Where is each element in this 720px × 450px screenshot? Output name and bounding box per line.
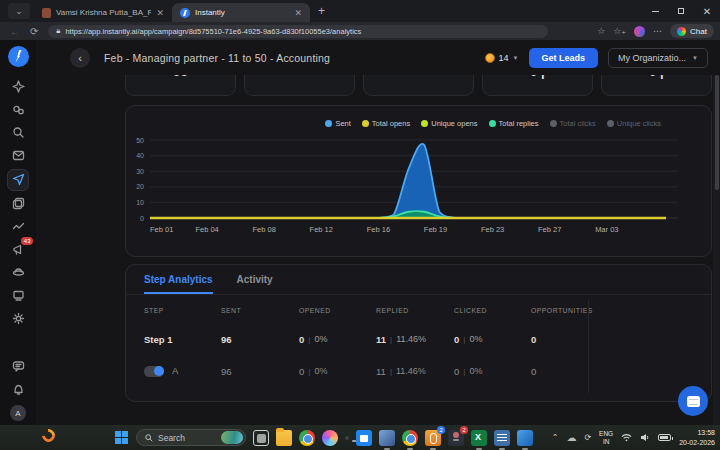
svg-text:10: 10: [136, 199, 144, 206]
browser-tabstrip: ⌄ Vamsi Krishna Putta_BA_Resume.d ✕ Inst…: [0, 0, 720, 22]
pinned-app-icon[interactable]: [379, 430, 395, 446]
window-controls: ✕: [642, 0, 720, 22]
excel-icon[interactable]: [471, 430, 487, 446]
file-explorer-icon[interactable]: [276, 430, 292, 446]
refresh-icon[interactable]: ⟳: [30, 26, 38, 37]
table-row[interactable]: Step 1 96 0|0% 11|11.46% 0|0% 0: [126, 323, 711, 355]
sidebar-item-ai-sparkle[interactable]: [7, 77, 29, 97]
speaker-icon[interactable]: [640, 433, 650, 442]
battery-icon[interactable]: [658, 434, 671, 441]
task-view-button[interactable]: [253, 430, 269, 446]
browser-tab-instantly[interactable]: Instantly ✕: [172, 3, 310, 22]
windows-start-button[interactable]: [115, 431, 129, 445]
sidebar-item-website[interactable]: [7, 286, 29, 306]
svg-text:Feb 23: Feb 23: [481, 225, 504, 234]
taskbar-search[interactable]: Search: [136, 429, 246, 446]
sidebar-item-crm[interactable]: [7, 263, 29, 283]
chrome-profile-icon[interactable]: [402, 430, 418, 446]
sync-icon[interactable]: ⟳: [584, 433, 591, 442]
copilot-chat-button[interactable]: Chat: [670, 24, 714, 38]
tab-title: Instantly: [195, 8, 289, 17]
maximize-button[interactable]: [668, 0, 694, 22]
onedrive-cloud-icon[interactable]: ☁: [566, 432, 576, 443]
get-leads-button[interactable]: Get Leads: [529, 48, 599, 68]
instantly-logo[interactable]: [8, 46, 29, 67]
copilot-icon: [677, 27, 686, 36]
more-menu-icon[interactable]: ⋯: [653, 26, 662, 36]
sidebar: 43 A: [0, 40, 36, 425]
sidebar-item-leads[interactable]: [7, 100, 29, 120]
lock-icon: 🔒︎: [56, 26, 60, 36]
svg-text:Feb 27: Feb 27: [538, 225, 561, 234]
microsoft-store-icon[interactable]: [356, 430, 372, 446]
chrome-icon[interactable]: [299, 430, 315, 446]
chevron-down-icon: ▼: [513, 55, 519, 61]
search-icon: [145, 434, 153, 442]
tray-overflow-chevron[interactable]: ⌃: [552, 433, 559, 442]
scrollbar[interactable]: [713, 40, 720, 425]
coin-icon: [485, 53, 495, 63]
corner-app-icon[interactable]: [39, 426, 57, 444]
svg-text:Mar 03: Mar 03: [595, 225, 618, 234]
main-content: 96 Disabled Disabled 0 | 0 | ‹ Feb - Man…: [36, 40, 720, 425]
edge-active-app[interactable]: [345, 436, 349, 440]
browser-profile-avatar[interactable]: [634, 26, 645, 37]
collections-icon[interactable]: ☆₊: [613, 26, 626, 36]
sidebar-item-search[interactable]: [7, 123, 29, 143]
search-highlight-image: [221, 431, 243, 444]
system-tray: ⌃ ☁ ⟳ ENGIN 13:5820-02-2026: [552, 425, 715, 450]
minimize-button[interactable]: [642, 0, 668, 22]
user-avatar[interactable]: A: [10, 405, 26, 421]
clock[interactable]: 13:5820-02-2026: [679, 428, 715, 446]
svg-text:30: 30: [136, 168, 144, 175]
mail-app-icon[interactable]: 2: [425, 430, 441, 446]
tab-activity[interactable]: Activity: [237, 265, 273, 294]
new-tab-button[interactable]: +: [318, 4, 325, 18]
step-analytics-card: Step Analytics Activity STEP SENT OPENED…: [125, 264, 712, 402]
tab-title: Vamsi Krishna Putta_BA_Resume.d: [56, 8, 151, 17]
analytics-tabs: Step Analytics Activity: [126, 265, 711, 295]
table-row[interactable]: A 96 0|0% 11|11.46% 0|0% 0: [126, 355, 711, 387]
copilot-app-icon[interactable]: [322, 430, 338, 446]
wifi-icon[interactable]: [621, 433, 632, 442]
app-window: 43 A 96 Disabled Disabled 0 | 0 | ‹: [0, 40, 720, 425]
back-button[interactable]: ‹: [70, 48, 90, 68]
svg-text:Feb 01: Feb 01: [150, 225, 173, 234]
campaign-header: ‹ Feb - Managing partner - 11 to 50 - Ac…: [36, 40, 720, 75]
sidebar-item-unibox[interactable]: [7, 146, 29, 166]
tab-search-chevron-icon[interactable]: ⌄: [8, 3, 30, 19]
tab-close-icon[interactable]: ✕: [294, 8, 302, 18]
sidebar-item-analytics[interactable]: [7, 217, 29, 237]
support-chat-fab[interactable]: [678, 386, 708, 416]
svg-text:Feb 04: Feb 04: [195, 225, 218, 234]
sidebar-item-settings[interactable]: [7, 309, 29, 329]
tab-step-analytics[interactable]: Step Analytics: [144, 265, 213, 294]
variant-toggle[interactable]: [144, 366, 164, 377]
close-button[interactable]: ✕: [694, 0, 720, 22]
sidebar-item-campaigns[interactable]: [7, 169, 29, 191]
address-bar[interactable]: 🔒︎ https://app.instantly.ai/app/campaign…: [48, 25, 548, 38]
instantly-favicon: [180, 8, 190, 18]
chevron-down-icon: ▼: [692, 55, 698, 61]
svg-text:Feb 19: Feb 19: [424, 225, 447, 234]
blue-app-icon[interactable]: [517, 430, 533, 446]
sidebar-item-announcements[interactable]: 43: [7, 240, 29, 260]
notifications-bell-icon[interactable]: [7, 380, 29, 400]
tab-close-icon[interactable]: ✕: [156, 8, 164, 18]
language-indicator[interactable]: ENGIN: [599, 430, 613, 445]
back-icon[interactable]: ←: [10, 26, 20, 37]
taskbar: Search 2 2 ⌃ ☁ ⟳ ENGIN 13:5820-02-: [0, 425, 720, 450]
notepad-icon[interactable]: [494, 430, 510, 446]
browser-toolbar: ← ⟳ 🔒︎ https://app.instantly.ai/app/camp…: [0, 22, 720, 40]
people-app-icon[interactable]: 2: [448, 430, 464, 446]
variant-label: A: [172, 365, 178, 376]
credits-menu[interactable]: 14 ▼: [485, 53, 519, 63]
favorite-star-icon[interactable]: ☆: [597, 26, 605, 36]
organization-dropdown[interactable]: My Organizatio... ▼: [608, 48, 708, 68]
sidebar-item-templates[interactable]: [7, 194, 29, 214]
scrollbar-thumb[interactable]: [715, 75, 719, 190]
support-chat-icon[interactable]: [7, 357, 29, 377]
svg-text:Feb 12: Feb 12: [310, 225, 333, 234]
browser-tab-resume[interactable]: Vamsi Krishna Putta_BA_Resume.d ✕: [34, 3, 172, 22]
campaign-title: Feb - Managing partner - 11 to 50 - Acco…: [104, 52, 330, 64]
